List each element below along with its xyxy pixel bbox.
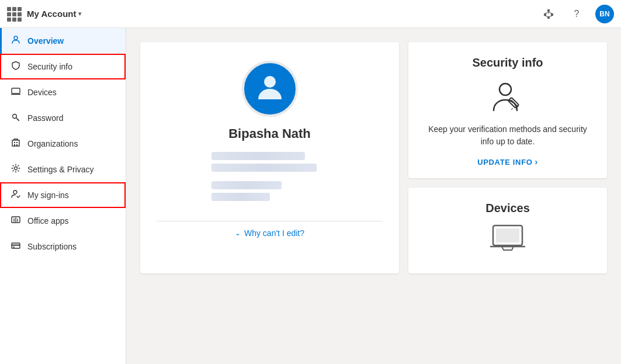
- svg-rect-2: [551, 13, 553, 16]
- security-card-icon: [422, 79, 593, 116]
- app-title-text: My Account: [27, 9, 76, 19]
- update-info-label: UPDATE INFO: [477, 158, 532, 167]
- chevron-right-icon: ›: [535, 157, 538, 167]
- svg-point-25: [499, 84, 511, 95]
- sidebar-item-overview-label: Overview: [27, 36, 64, 46]
- cards-row: Bipasha Nath ⌄ Why can't I edit?: [140, 42, 607, 273]
- svg-point-18: [15, 167, 18, 170]
- topbar-left: My Account ▾: [7, 7, 81, 21]
- building-icon: [11, 138, 20, 150]
- org-icon: [543, 9, 554, 19]
- user-avatar-button[interactable]: BN: [595, 5, 614, 23]
- sidebar-item-organizations[interactable]: Organizations: [0, 131, 126, 157]
- svg-point-24: [264, 76, 276, 88]
- sidebar-item-password-label: Password: [27, 113, 63, 123]
- svg-rect-1: [544, 13, 546, 16]
- sidebar-item-my-sign-ins[interactable]: My sign-ins: [0, 182, 126, 208]
- svg-rect-17: [16, 144, 18, 146]
- svg-line-8: [549, 12, 552, 13]
- svg-rect-15: [16, 142, 18, 143]
- sidebar-item-office-apps[interactable]: Office apps: [0, 208, 126, 234]
- shield-icon: [11, 61, 20, 72]
- update-info-link[interactable]: UPDATE INFO ›: [422, 157, 593, 167]
- topbar-right: ? BN: [539, 5, 614, 23]
- avatar-person-icon: [255, 71, 285, 106]
- sidebar-item-overview[interactable]: Overview: [0, 28, 126, 54]
- devices-card: Devices: [408, 188, 607, 273]
- profile-divider: [157, 221, 383, 221]
- chevron-down-small-icon: ⌄: [235, 229, 241, 237]
- layout: Overview Security info Devices: [0, 28, 621, 364]
- sidebar-item-security-info-label: Security info: [27, 62, 72, 71]
- sidebar-item-organizations-label: Organizations: [27, 139, 78, 148]
- svg-rect-10: [12, 88, 20, 93]
- sidebar: Overview Security info Devices: [0, 28, 126, 364]
- svg-rect-13: [12, 140, 19, 146]
- profile-card: Bipasha Nath ⌄ Why can't I edit?: [140, 42, 399, 273]
- sidebar-item-settings-privacy-label: Settings & Privacy: [27, 165, 94, 174]
- help-button[interactable]: ?: [567, 5, 586, 23]
- sidebar-item-settings-privacy[interactable]: Settings & Privacy: [0, 157, 126, 182]
- why-cant-edit-link[interactable]: ⌄ Why can't I edit?: [235, 228, 304, 238]
- person-icon: [11, 35, 20, 47]
- org-button[interactable]: [539, 5, 558, 23]
- svg-rect-16: [14, 144, 15, 146]
- blur-line-1: [211, 152, 305, 160]
- devices-card-title: Devices: [422, 202, 593, 215]
- svg-rect-14: [14, 142, 15, 143]
- sidebar-item-office-apps-label: Office apps: [27, 216, 69, 226]
- sidebar-item-devices[interactable]: Devices: [0, 79, 126, 105]
- key-icon: [11, 112, 20, 124]
- main-content: Bipasha Nath ⌄ Why can't I edit?: [126, 28, 621, 364]
- svg-point-19: [13, 190, 17, 194]
- right-column: Security info: [408, 42, 607, 273]
- laptop-card-icon: [422, 224, 593, 259]
- profile-info-blurred: [211, 152, 328, 175]
- why-cant-edit-label: Why can't I edit?: [244, 228, 304, 238]
- gear-icon: [11, 164, 20, 175]
- profile-info-blurred-2: [211, 181, 328, 204]
- chevron-down-icon: ▾: [78, 11, 81, 17]
- svg-point-9: [14, 36, 18, 40]
- svg-line-7: [545, 12, 549, 13]
- sidebar-item-security-info[interactable]: Security info: [0, 54, 126, 79]
- sidebar-item-subscriptions[interactable]: Subscriptions: [0, 234, 126, 259]
- person-check-icon: [11, 189, 20, 201]
- help-icon: ?: [574, 9, 580, 19]
- blur-line-4: [211, 193, 270, 201]
- card-icon: [11, 241, 20, 252]
- blur-line-3: [211, 181, 282, 189]
- sidebar-item-devices-label: Devices: [27, 88, 57, 97]
- avatar-initials: BN: [599, 10, 609, 18]
- sidebar-item-my-sign-ins-label: My sign-ins: [27, 190, 69, 200]
- security-info-card-title: Security info: [422, 56, 593, 70]
- security-card-desc-text: Keep your verification methods and secur…: [428, 124, 587, 146]
- svg-rect-0: [547, 9, 550, 12]
- security-info-card: Security info: [408, 42, 607, 178]
- laptop-sidebar-icon: [11, 86, 20, 98]
- svg-rect-29: [496, 228, 519, 242]
- app-title[interactable]: My Account ▾: [27, 9, 81, 19]
- sidebar-item-subscriptions-label: Subscriptions: [27, 242, 77, 251]
- person-pen-svg: [489, 79, 526, 116]
- waffle-icon[interactable]: [7, 7, 21, 21]
- svg-rect-23: [13, 247, 15, 248]
- topbar: My Account ▾ ? BN: [0, 0, 621, 28]
- blur-line-2: [211, 164, 317, 172]
- profile-name: Bipasha Nath: [228, 126, 311, 141]
- office-icon: [11, 215, 20, 227]
- security-card-description: Keep your verification methods and secur…: [422, 123, 593, 148]
- sidebar-item-password[interactable]: Password: [0, 105, 126, 131]
- avatar: [242, 61, 298, 117]
